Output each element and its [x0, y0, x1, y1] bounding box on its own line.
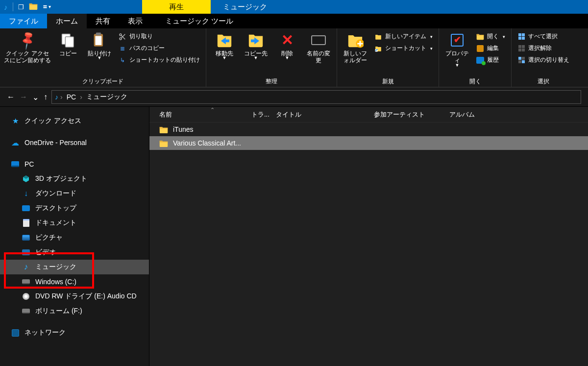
new-folder-icon: [347, 32, 364, 49]
back-button[interactable]: ←: [7, 93, 15, 101]
column-track[interactable]: トラ...: [248, 110, 273, 119]
column-artist[interactable]: 参加アーティスト: [371, 110, 446, 119]
contextual-tab-play[interactable]: 再生: [142, 0, 211, 14]
properties-button[interactable]: ✔ プロパティ ▼: [443, 30, 471, 65]
qat-divider: [13, 2, 13, 11]
sidebar-pc-label: PC: [24, 160, 34, 168]
new-item-button[interactable]: 新しいアイテム ▾: [372, 31, 435, 42]
tab-file[interactable]: ファイル: [0, 14, 47, 28]
pin-icon: 📌: [17, 29, 38, 51]
copy-button[interactable]: コピー: [54, 30, 82, 57]
sidebar-volume-f-label: ボリューム (F:): [35, 307, 82, 316]
column-name[interactable]: 名前: [156, 110, 248, 119]
sidebar-pictures[interactable]: ピクチャ: [0, 230, 149, 245]
delete-button[interactable]: ✕ 削除 ▼: [273, 30, 301, 58]
column-headers: 名前 トラ... タイトル 参加アーティスト アルバム: [149, 107, 588, 122]
column-album[interactable]: アルバム: [446, 110, 588, 119]
drive-icon: [22, 307, 30, 316]
sidebar-documents[interactable]: ドキュメント: [0, 216, 149, 230]
tab-share[interactable]: 共有: [87, 14, 119, 28]
file-row-name: Various Classical Art...: [173, 139, 241, 147]
forward-button[interactable]: →: [20, 93, 27, 101]
paste-button[interactable]: 貼り付け ▼: [85, 30, 114, 58]
paste-icon: [91, 32, 108, 49]
invert-selection-button[interactable]: 選択の切り替え: [515, 55, 571, 65]
open-button[interactable]: 開く ▾: [474, 31, 507, 42]
sidebar: ★ クイック アクセス ☁ OneDrive - Personal PC 3D …: [0, 107, 149, 366]
dvd-icon: [22, 292, 30, 301]
sidebar-downloads[interactable]: ↓ ダウンロード: [0, 186, 149, 201]
sidebar-pc[interactable]: PC: [0, 157, 149, 171]
sidebar-desktop[interactable]: デスクトップ: [0, 201, 149, 216]
group-open: ✔ プロパティ ▼ 開く ▾ 編集 履歴 開く: [439, 28, 512, 87]
sidebar-documents-label: ドキュメント: [35, 219, 76, 227]
select-none-label: 選択解除: [528, 44, 552, 52]
folder-icon[interactable]: [29, 2, 38, 11]
rename-button[interactable]: 名前の変更: [304, 30, 333, 64]
copy-path-button[interactable]: ≣ パスのコピー: [117, 43, 202, 53]
select-none-button[interactable]: 選択解除: [515, 43, 571, 53]
new-folder-button[interactable]: 新しいフォルダー: [341, 30, 369, 64]
chevron-down-icon: ▾: [430, 34, 433, 39]
shortcut-button[interactable]: ショートカット ▾: [372, 43, 435, 53]
sidebar-3d-objects[interactable]: 3D オブジェクト: [0, 171, 149, 186]
cut-button[interactable]: 切り取り: [117, 31, 202, 42]
file-row-name: iTunes: [173, 125, 194, 133]
page-icon[interactable]: ❐: [18, 3, 24, 11]
chevron-right-icon: ›: [60, 93, 63, 101]
edit-button[interactable]: 編集: [474, 43, 507, 53]
paste-shortcut-label: ショートカットの貼り付け: [129, 56, 200, 64]
column-title[interactable]: タイトル: [273, 110, 371, 119]
new-item-icon: [374, 33, 382, 41]
group-new: 新しいフォルダー 新しいアイテム ▾ ショートカット ▾ 新規: [337, 28, 439, 87]
paste-shortcut-button[interactable]: ↳ ショートカットの貼り付け: [117, 55, 202, 65]
sidebar-videos-label: ビデオ: [35, 248, 56, 257]
shortcut-icon: ↳: [119, 56, 126, 64]
drive-icon: [22, 277, 30, 286]
sidebar-dvd[interactable]: DVD RW ドライブ (E:) Audio CD: [0, 289, 149, 304]
pc-icon: [11, 160, 20, 169]
chevron-down-icon: ▾: [430, 46, 433, 51]
properties-icon: ✔: [451, 34, 464, 47]
address-bar[interactable]: ♪ › PC › ミュージック: [51, 90, 581, 104]
invert-selection-icon: [517, 56, 525, 64]
tab-home[interactable]: ホーム: [47, 14, 87, 28]
copy-icon: [60, 32, 76, 49]
pin-to-quick-access-button[interactable]: 📌 クイック アクセスにピン留めする: [4, 30, 51, 64]
sidebar-music[interactable]: ♪ ミュージック: [0, 260, 149, 274]
qat-dropdown[interactable]: 〓 ▾: [43, 3, 51, 10]
sidebar-quick-access-label: クイック アクセス: [24, 117, 81, 125]
file-row[interactable]: Various Classical Art...: [149, 136, 588, 150]
sidebar-quick-access[interactable]: ★ クイック アクセス: [0, 114, 149, 128]
copy-label: コピー: [59, 50, 77, 57]
pin-label: クイック アクセスにピン留めする: [4, 50, 51, 64]
tab-music-tools[interactable]: ミュージック ツール: [156, 14, 242, 28]
sidebar-volume-f[interactable]: ボリューム (F:): [0, 304, 149, 318]
group-select-label: 選択: [515, 75, 571, 87]
network-icon: [11, 328, 20, 337]
sidebar-videos[interactable]: ビデオ: [0, 245, 149, 260]
history-button[interactable]: 履歴: [474, 55, 507, 65]
breadcrumb-pc[interactable]: PC: [65, 93, 78, 101]
sidebar-onedrive[interactable]: ☁ OneDrive - Personal: [0, 135, 149, 150]
history-icon: [476, 56, 484, 64]
properties-label: プロパティ: [443, 50, 471, 64]
rename-label: 名前の変更: [304, 50, 333, 64]
history-chevron-down-icon[interactable]: ⌄: [32, 93, 39, 102]
delete-icon: ✕: [281, 31, 294, 49]
move-to-button[interactable]: 移動先 ▼: [210, 30, 239, 58]
group-select: すべて選択 選択解除 選択の切り替え 選択: [512, 28, 575, 87]
download-icon: ↓: [22, 189, 30, 198]
copy-to-button[interactable]: コピー先 ▼: [242, 30, 270, 58]
select-all-button[interactable]: すべて選択: [515, 31, 571, 42]
sidebar-network[interactable]: ネットワーク: [0, 325, 149, 340]
up-button[interactable]: ↑: [44, 93, 48, 101]
breadcrumb-music[interactable]: ミュージック: [84, 93, 129, 101]
path-icon: ≣: [119, 45, 126, 52]
tab-view[interactable]: 表示: [119, 14, 151, 28]
new-item-label: 新しいアイテム: [385, 32, 426, 41]
rename-icon: [311, 35, 326, 45]
sidebar-windows-c[interactable]: Windows (C:): [0, 274, 149, 289]
file-row[interactable]: iTunes: [149, 122, 588, 136]
group-organize-label: 整理: [210, 75, 333, 87]
